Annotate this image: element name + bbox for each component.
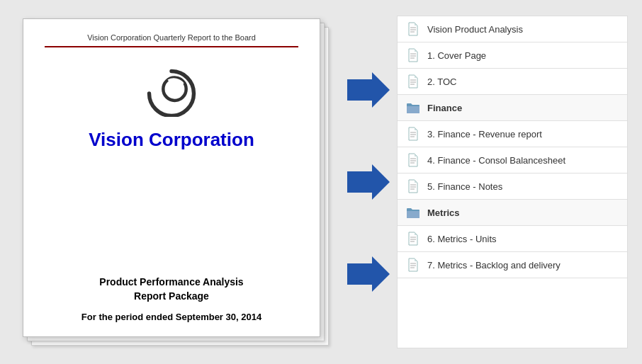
nav-item-finance-balancesheet[interactable]: 4. Finance - Consol Balancesheet [398, 147, 627, 174]
document-icon [406, 127, 420, 141]
nav-item-label-metrics: Metrics [427, 207, 460, 218]
document-stack: Vision Corporation Quarterly Report to t… [14, 16, 340, 348]
main-container: Vision Corporation Quarterly Report to t… [0, 0, 642, 364]
nav-item-label-toc: 2. TOC [427, 76, 456, 87]
nav-item-finance-notes[interactable]: 5. Finance - Notes [398, 174, 627, 200]
folder-icon [406, 101, 420, 115]
svg-point-0 [163, 77, 186, 100]
document-icon [406, 258, 420, 272]
document-icon [406, 179, 420, 193]
nav-item-metrics-units[interactable]: 6. Metrics - Units [398, 226, 627, 252]
arrow-middle [347, 164, 390, 200]
folder-icon [406, 205, 420, 220]
svg-marker-3 [347, 256, 390, 292]
nav-item-label-finance-notes: 5. Finance - Notes [427, 181, 502, 192]
company-name: Vision Corporation [89, 129, 254, 151]
svg-marker-1 [347, 72, 390, 108]
document-icon [406, 22, 420, 36]
nav-item-label-finance-balancesheet: 4. Finance - Consol Balancesheet [427, 155, 565, 166]
arrow-top [347, 72, 390, 108]
arrow-bottom [347, 256, 390, 292]
nav-item-cover-page[interactable]: 1. Cover Page [398, 42, 627, 69]
nav-item-label-cover-page: 1. Cover Page [427, 50, 486, 61]
nav-item-vision-product-analysis[interactable]: Vision Product Analysis [398, 16, 627, 42]
nav-item-label-vision-product-analysis: Vision Product Analysis [427, 24, 523, 35]
svg-marker-2 [347, 164, 390, 200]
nav-item-label-finance: Finance [427, 103, 462, 113]
document-icon [406, 48, 420, 62]
nav-item-label-metrics-backlog: 7. Metrics - Backlog and delivery [427, 260, 561, 271]
company-logo [136, 62, 207, 118]
document-icon [406, 74, 420, 89]
nav-item-label-finance-revenue: 3. Finance - Revenue report [427, 129, 542, 140]
nav-item-metrics-backlog[interactable]: 7. Metrics - Backlog and delivery [398, 252, 627, 278]
doc-divider [45, 46, 298, 47]
document-icon [406, 153, 420, 167]
nav-item-toc[interactable]: 2. TOC [398, 69, 627, 95]
doc-body: Product Performance Analysis Report Pack… [81, 276, 261, 322]
nav-item-label-metrics-units: 6. Metrics - Units [427, 234, 497, 244]
nav-item-metrics[interactable]: Metrics [398, 200, 627, 226]
document-main: Vision Corporation Quarterly Report to t… [23, 18, 320, 337]
document-icon [406, 232, 420, 246]
nav-panel: Vision Product Analysis 1. Cover Page 2.… [397, 16, 628, 348]
report-title-line1: Product Performance Analysis [81, 276, 261, 288]
doc-header: Vision Corporation Quarterly Report to t… [87, 33, 256, 42]
report-period: For the period ended September 30, 2014 [81, 312, 261, 322]
arrows-area [340, 16, 397, 348]
nav-item-finance[interactable]: Finance [398, 95, 627, 121]
report-title-line2: Report Package [81, 290, 261, 302]
nav-item-finance-revenue[interactable]: 3. Finance - Revenue report [398, 121, 627, 147]
